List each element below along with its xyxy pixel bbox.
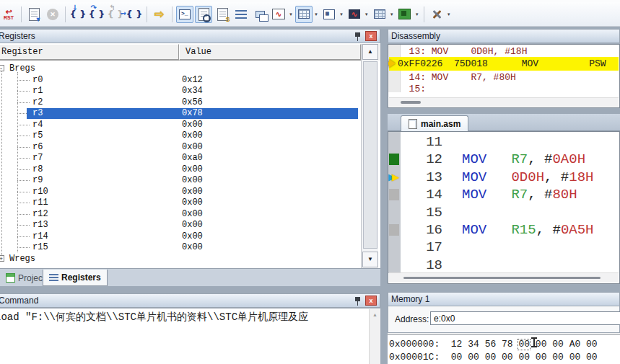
command-window-button[interactable]: >_: [176, 6, 193, 23]
toolbox-button[interactable]: [428, 6, 445, 23]
close-icon[interactable]: x: [365, 296, 377, 306]
disassembly-line[interactable]: 15:: [398, 84, 426, 94]
dropdown-arrow-icon[interactable]: ▼: [289, 12, 293, 17]
disassembly-line[interactable]: 13: MOV 0D0H, #18H: [398, 46, 527, 57]
registers-scrollbar[interactable]: ▲ ▼: [361, 44, 378, 285]
code-line[interactable]: 17: [388, 239, 619, 256]
command-output[interactable]: Load "F:\\何宾的文档\\STC单片机书的资料\\STC单片机原理及应 …: [0, 308, 380, 364]
code-line[interactable]: 11: [388, 133, 619, 151]
symbol-window-button[interactable]: S: [214, 6, 231, 23]
memory-address: 0x00001C:: [389, 352, 440, 363]
stop-button[interactable]: ✕: [44, 6, 61, 23]
register-value: 0x00: [182, 164, 203, 175]
tab-registers[interactable]: Registers: [43, 270, 108, 286]
code-line[interactable]: 15: [388, 204, 619, 221]
register-row[interactable]: r120x00: [0, 209, 358, 220]
run-to-cursor-button[interactable]: { }→: [126, 6, 143, 23]
current-instruction-arrow-icon: [389, 59, 396, 68]
pin-icon[interactable]: [354, 296, 362, 306]
registers-titlebar[interactable]: Registers x: [0, 29, 380, 43]
memory-byte-selected[interactable]: 00: [518, 339, 531, 350]
memory-titlebar[interactable]: Memory 1: [388, 292, 620, 306]
register-name: r13: [32, 220, 48, 231]
command-scrollbar[interactable]: ▲: [369, 309, 380, 364]
register-row[interactable]: r20x56: [0, 97, 358, 108]
disassembly-hscrollbar[interactable]: [389, 97, 619, 107]
register-row[interactable]: r140x00: [0, 231, 358, 242]
disassembly-window-button[interactable]: [195, 6, 212, 23]
scroll-up-button[interactable]: ▲: [370, 310, 380, 320]
scroll-thumb[interactable]: [403, 277, 601, 279]
code-line[interactable]: 18: [388, 257, 619, 274]
address-label: Address:: [395, 314, 429, 324]
register-value: 0x00: [182, 175, 203, 186]
collapse-icon[interactable]: -: [0, 65, 4, 71]
memory-row: 0x00001C: 00 00 00 00 00 00 00 00 00: [389, 351, 598, 364]
register-row[interactable]: r30x78: [0, 108, 358, 119]
register-row[interactable]: r90x00: [0, 175, 358, 186]
line-marker-icon[interactable]: [389, 189, 399, 200]
yellow-arrow-icon: ⇨: [154, 9, 164, 20]
line-number: 14: [401, 186, 442, 203]
dropdown-arrow-icon[interactable]: ▼: [339, 12, 344, 17]
step-over-button[interactable]: { }↷: [88, 6, 105, 23]
address-input[interactable]: [430, 311, 620, 325]
register-row[interactable]: r60x00: [0, 142, 358, 153]
scroll-thumb[interactable]: [363, 61, 377, 249]
pin-icon[interactable]: [354, 32, 362, 41]
reset-button[interactable]: ↩RST: [0, 6, 17, 23]
dropdown-arrow-icon[interactable]: ▼: [364, 12, 369, 17]
dropdown-arrow-icon[interactable]: ▼: [390, 12, 394, 17]
code-line[interactable]: ▶▶13MOV 0D0H, #18H: [388, 169, 619, 186]
register-row[interactable]: r100x00: [0, 187, 358, 197]
watch-window-button[interactable]: ∿: [270, 6, 287, 23]
register-group-row[interactable]: -Bregs: [0, 63, 358, 74]
column-header-register[interactable]: Register: [0, 44, 179, 61]
register-row[interactable]: r80x00: [0, 164, 358, 175]
trace-window-button[interactable]: [371, 6, 388, 23]
register-row[interactable]: r40x00: [0, 120, 358, 130]
scroll-thumb[interactable]: [401, 101, 421, 104]
scroll-up-button[interactable]: ▲: [362, 44, 378, 60]
memory-view[interactable]: 0x000000: 12 34 56 78 00 00 00 A0 00 0x0…: [388, 334, 620, 364]
memory-window-button[interactable]: [295, 6, 313, 23]
tab-label: Registers: [61, 272, 101, 283]
registers-window-button[interactable]: [232, 6, 250, 23]
logic-analyzer-button[interactable]: ∿: [346, 6, 363, 23]
register-row[interactable]: r130x00: [0, 220, 358, 231]
editor-hscrollbar[interactable]: [389, 272, 619, 283]
code-line[interactable]: 12MOV R7, #0A0H: [388, 151, 619, 168]
dropdown-arrow-icon[interactable]: ▼: [314, 12, 318, 17]
register-row[interactable]: r70xa0: [0, 153, 358, 164]
register-row[interactable]: r110x00: [0, 197, 358, 208]
serial-window-button[interactable]: ▩: [320, 6, 338, 23]
code-line[interactable]: 14MOV R7, #80H: [388, 186, 619, 203]
show-next-statement-button[interactable]: ⇨: [151, 6, 168, 23]
command-titlebar[interactable]: Command x: [0, 293, 380, 308]
disassembly-line[interactable]: 14: MOV R7, #80H: [398, 72, 516, 83]
breakpoint-icon[interactable]: [389, 154, 399, 165]
disassembly-titlebar[interactable]: Disassembly: [388, 29, 620, 43]
register-row[interactable]: r150x00: [0, 242, 358, 253]
line-marker-icon[interactable]: [389, 224, 399, 236]
column-header-value[interactable]: Value: [179, 44, 361, 61]
system-viewer-button[interactable]: [396, 6, 414, 23]
step-into-button[interactable]: { }↓: [69, 6, 87, 23]
register-row[interactable]: r10x34: [0, 86, 358, 97]
register-group-row[interactable]: +Wregs: [0, 254, 358, 265]
scroll-down-button[interactable]: ▼: [362, 252, 378, 267]
dropdown-arrow-icon[interactable]: ▼: [415, 12, 419, 17]
disassembly-current-line[interactable]: 0xFF0226 75D018 MOV PSW: [389, 57, 619, 71]
register-row[interactable]: r50x00: [0, 130, 358, 141]
stop-icon: ✕: [47, 9, 58, 20]
call-stack-button[interactable]: [251, 6, 268, 23]
expand-icon[interactable]: +: [0, 255, 4, 262]
code-line[interactable]: 16MOV R15, #0A5H: [388, 221, 619, 239]
dropdown-arrow-icon[interactable]: ▼: [447, 12, 451, 17]
disassembly-view[interactable]: 13: MOV 0D0H, #18H 0xFF0226 75D018 MOV P…: [388, 44, 620, 108]
code-editor[interactable]: 1112MOV R7, #0A0H▶▶13MOV 0D0H, #18H14MOV…: [388, 131, 620, 284]
load-application-button[interactable]: ▼: [25, 6, 43, 23]
tab-main-asm[interactable]: main.asm: [401, 115, 468, 132]
close-icon[interactable]: x: [365, 31, 377, 41]
register-row[interactable]: r00x12: [0, 75, 358, 86]
